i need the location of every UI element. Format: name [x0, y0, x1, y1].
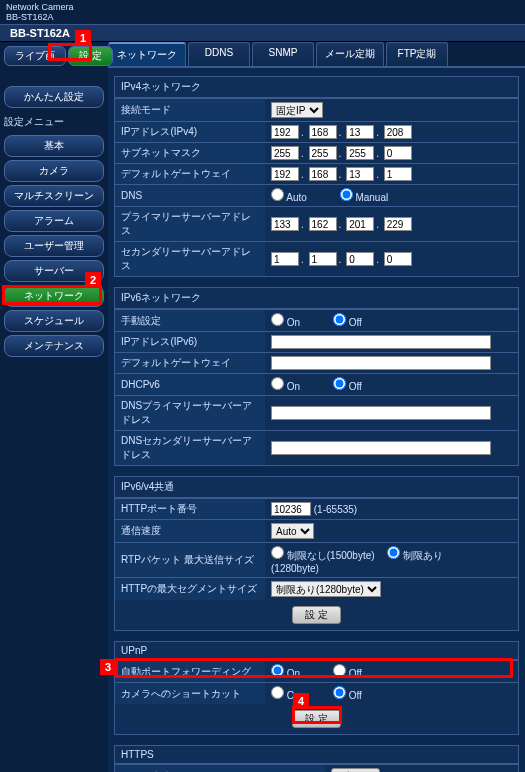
pdns-3[interactable]	[346, 217, 374, 231]
speed-label: 通信速度	[115, 520, 265, 543]
upnp-set-button[interactable]: 設 定	[292, 710, 341, 728]
ipv6-manual-on[interactable]	[271, 313, 284, 326]
seg-select[interactable]: 制限あり(1280byte)	[271, 581, 381, 597]
upnp-shortcut-off[interactable]	[333, 686, 346, 699]
sidebar-item-maint[interactable]: メンテナンス	[4, 335, 104, 357]
dns-auto-radio[interactable]	[271, 188, 284, 201]
upnp-autofw-on[interactable]	[271, 664, 284, 677]
ipv4-mask-2[interactable]	[309, 146, 337, 160]
main-tab-snmp[interactable]: SNMP	[252, 42, 314, 66]
ipv4-mask-1[interactable]	[271, 146, 299, 160]
ipv4-addr-2[interactable]	[309, 125, 337, 139]
sidebar-item-multi[interactable]: マルチスクリーン	[4, 185, 104, 207]
ipv4-mode-label: 接続モード	[115, 99, 265, 122]
ipv6-manual-off[interactable]	[333, 313, 346, 326]
main-tab-ddns[interactable]: DDNS	[188, 42, 250, 66]
ipv4-dns-label: DNS	[115, 185, 265, 207]
ipv4-gw-1[interactable]	[271, 167, 299, 181]
sidebar-item-user[interactable]: ユーザー管理	[4, 235, 104, 257]
tab-settings[interactable]: 設 定	[68, 46, 113, 66]
ipv4-gw-4[interactable]	[384, 167, 412, 181]
seg-label: HTTPの最大セグメントサイズ	[115, 578, 265, 601]
ipv6-gw-input[interactable]	[271, 356, 491, 370]
ipv4-gw-3[interactable]	[346, 167, 374, 181]
upnp-autofw-off[interactable]	[333, 664, 346, 677]
ipv6-addr-label: IPアドレス(IPv6)	[115, 332, 265, 353]
pdns-1[interactable]	[271, 217, 299, 231]
sidebar-item-basic[interactable]: 基本	[4, 135, 104, 157]
sdns-3[interactable]	[346, 252, 374, 266]
crt-exec-button[interactable]: 実 行	[331, 768, 380, 772]
rtp-unlimited[interactable]	[271, 546, 284, 559]
main-tab-ftp[interactable]: FTP定期	[386, 42, 448, 66]
sidebar-item-camera[interactable]: カメラ	[4, 160, 104, 182]
ipv6-sdns-label: DNSセカンダリーサーバーアドレス	[115, 431, 265, 466]
dhcp6-off[interactable]	[333, 377, 346, 390]
ipv4-addr-3[interactable]	[346, 125, 374, 139]
ipv4-mode-select[interactable]: 固定IP	[271, 102, 323, 118]
ipv4-mask-label: サブネットマスク	[115, 143, 265, 164]
ipv4-mask-4[interactable]	[384, 146, 412, 160]
sidebar-item-schedule[interactable]: スケジュール	[4, 310, 104, 332]
upnp-title: UPnP	[115, 642, 518, 660]
sidebar-easy[interactable]: かんたん設定	[4, 86, 104, 108]
speed-select[interactable]: Auto	[271, 523, 314, 539]
upnp-shortcut-label: カメラへのショートカット	[115, 683, 265, 705]
upnp-shortcut-on[interactable]	[271, 686, 284, 699]
http-port-input[interactable]	[271, 502, 311, 516]
sdns-4[interactable]	[384, 252, 412, 266]
main-tab-network[interactable]: ネットワーク	[108, 42, 186, 66]
ipv4-mask-3[interactable]	[346, 146, 374, 160]
http-port-label: HTTPポート番号	[115, 499, 265, 520]
rtp-limited[interactable]	[387, 546, 400, 559]
sidebar-item-alarm[interactable]: アラーム	[4, 210, 104, 232]
common-title: IPv6/v4共通	[115, 477, 518, 498]
ipv4-addr-4[interactable]	[384, 125, 412, 139]
http-port-range: (1-65535)	[314, 504, 357, 515]
rtp-label: RTPパケット 最大送信サイズ	[115, 543, 265, 578]
ipv4-gw-2[interactable]	[309, 167, 337, 181]
ipv4-title: IPv4ネットワーク	[115, 77, 518, 98]
main-tab-mail[interactable]: メール定期	[316, 42, 384, 66]
dns-manual-radio[interactable]	[340, 188, 353, 201]
ipv4-addr-1[interactable]	[271, 125, 299, 139]
model-header: BB-ST162A	[0, 24, 525, 42]
sidebar-menu-title: 設定メニュー	[2, 112, 106, 132]
ipv4-sdns-label: セカンダリーサーバーアドレス	[115, 242, 265, 277]
pdns-2[interactable]	[309, 217, 337, 231]
ipv6-dhcp-label: DHCPv6	[115, 374, 265, 396]
upnp-autofw-label: 自動ポートフォワーディング	[115, 661, 265, 683]
crt-label: CRT鍵生成	[115, 765, 325, 773]
ipv6-gw-label: デフォルトゲートウェイ	[115, 353, 265, 374]
sidebar-item-network[interactable]: ネットワーク	[4, 285, 104, 307]
ipv6-pdns-label: DNSプライマリーサーバーアドレス	[115, 396, 265, 431]
ipv6-sdns-input[interactable]	[271, 441, 491, 455]
ipv4-pdns-label: プライマリーサーバーアドレス	[115, 207, 265, 242]
ipv4-addr-label: IPアドレス(IPv4)	[115, 122, 265, 143]
pdns-4[interactable]	[384, 217, 412, 231]
brand-line2: BB-ST162A	[6, 12, 519, 22]
ipv6-addr-input[interactable]	[271, 335, 491, 349]
sdns-1[interactable]	[271, 252, 299, 266]
sdns-2[interactable]	[309, 252, 337, 266]
dhcp6-on[interactable]	[271, 377, 284, 390]
tab-live[interactable]: ライブ画	[4, 46, 66, 66]
ipv4-gw-label: デフォルトゲートウェイ	[115, 164, 265, 185]
ipv6-title: IPv6ネットワーク	[115, 288, 518, 309]
sidebar-item-server[interactable]: サーバー	[4, 260, 104, 282]
common-set-button[interactable]: 設 定	[292, 606, 341, 624]
ipv6-manual-label: 手動設定	[115, 310, 265, 332]
brand-line1: Network Camera	[6, 2, 519, 12]
https-title: HTTPS	[115, 746, 518, 764]
ipv6-pdns-input[interactable]	[271, 406, 491, 420]
